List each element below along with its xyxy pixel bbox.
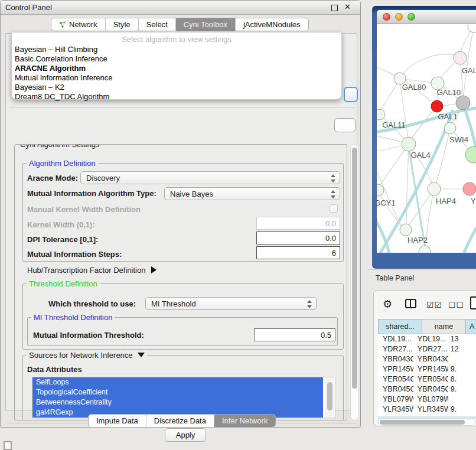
network-node-label: HAP2 xyxy=(407,236,428,244)
which-threshold-combo[interactable]: MI Threshold xyxy=(145,297,317,310)
collapsed-panel-icon[interactable] xyxy=(4,441,12,450)
split-columns-icon[interactable] xyxy=(405,299,416,308)
collapse-arrow-icon[interactable] xyxy=(138,353,145,357)
network-view-frame: GALGAL80GAL10GAL1GAL11SWI4GAL4GCY1HAP4YH… xyxy=(372,6,476,269)
algorithm-options: Bayesian – Hill ClimbingBasic Correlatio… xyxy=(12,45,341,102)
network-node[interactable] xyxy=(465,146,476,163)
table-row[interactable]: YDL19...YDL19...13 xyxy=(378,334,476,344)
data-attribute-item[interactable]: SelfLoops xyxy=(32,377,323,387)
settings-scrollbar-thumb[interactable] xyxy=(352,148,357,389)
network-window-titlebar xyxy=(377,10,476,24)
network-node-y[interactable] xyxy=(463,182,476,195)
mi-steps-field[interactable]: 6 xyxy=(256,246,340,259)
network-node-gal4[interactable] xyxy=(402,137,416,151)
minimize-traffic-light-icon[interactable] xyxy=(395,13,403,21)
deselect-checkboxes-icon[interactable]: ☐☐ xyxy=(448,300,464,309)
zoom-traffic-light-icon[interactable] xyxy=(407,13,415,21)
algorithm-option[interactable]: Basic Correlation Inference xyxy=(12,54,341,64)
column-header[interactable]: name xyxy=(422,319,466,334)
float-window-icon[interactable] xyxy=(331,5,338,11)
network-canvas[interactable]: GALGAL80GAL10GAL1GAL11SWI4GAL4GCY1HAP4YH… xyxy=(377,24,476,253)
network-node[interactable] xyxy=(468,24,476,32)
algorithm-option[interactable]: ARACNE Algorithm xyxy=(12,64,341,73)
tab-style[interactable]: Style xyxy=(106,18,139,31)
table-cell: YBL079W xyxy=(378,394,413,405)
table-cell: 13 xyxy=(448,334,476,344)
table-panel-title: Table Panel xyxy=(376,274,414,282)
table-scrollbar-thumb[interactable] xyxy=(380,420,465,425)
expand-arrow-icon[interactable] xyxy=(151,266,157,273)
which-threshold-label: Which threshold to use: xyxy=(48,299,136,309)
network-node[interactable] xyxy=(456,96,470,110)
algorithm-option[interactable]: Bayesian – K2 xyxy=(12,83,341,92)
mi-threshold-field[interactable]: 0.5 xyxy=(254,328,335,341)
algorithm-option[interactable]: Dream8 DC_TDC Algorithm xyxy=(12,92,341,102)
table-row[interactable]: YDR27...YDR27...12 xyxy=(378,344,476,354)
table-cell: YER054C xyxy=(413,374,448,384)
data-attribute-item[interactable]: BetweennessCentrality xyxy=(32,397,323,407)
manual-kernel-checkbox[interactable] xyxy=(330,204,338,213)
table-row[interactable]: YBR043CYBR043C xyxy=(378,354,476,364)
group-title: Threshold Definition xyxy=(27,279,100,288)
gear-icon[interactable]: ⚙ xyxy=(383,298,392,311)
table-row[interactable]: YLR345WYLR345W9. xyxy=(378,405,476,415)
dpi-tolerance-field[interactable]: 0.0 xyxy=(256,231,340,244)
tab-impute-data[interactable]: Impute Data xyxy=(89,415,146,427)
table-cell: YER054C xyxy=(378,374,413,384)
settings-scrollbar[interactable] xyxy=(350,144,359,420)
hub-section-text: Hub/Transcription Factor Definition xyxy=(27,266,145,275)
network-node-label: GAL80 xyxy=(402,83,426,92)
tab-infer-network[interactable]: Infer Network xyxy=(214,415,275,427)
table-row[interactable]: YER054CYER054C8. xyxy=(378,374,476,384)
network-node[interactable] xyxy=(419,246,431,253)
list-scrollbar-thumb[interactable] xyxy=(327,382,332,410)
network-node-gal1[interactable] xyxy=(431,100,443,112)
table-row[interactable]: YPR145WYPR145W9. xyxy=(378,364,476,374)
network-node-gal11[interactable] xyxy=(377,109,385,120)
table-cell: YDL19... xyxy=(378,334,413,344)
network-node-hap2[interactable] xyxy=(400,224,412,236)
tab-cyni-toolbox[interactable]: Cyni Toolbox xyxy=(176,18,236,31)
algorithm-option[interactable]: Mutual Information Inference xyxy=(12,73,341,83)
network-node-gal[interactable] xyxy=(454,51,467,64)
data-attribute-item[interactable]: TopologicalCoefficient xyxy=(32,387,323,397)
close-traffic-light-icon[interactable] xyxy=(383,13,390,21)
list-scrollbar[interactable] xyxy=(325,377,334,418)
dropdown-placeholder: Select algorithm to view settings xyxy=(12,34,341,45)
network-node-label: GAL1 xyxy=(438,112,457,121)
network-node-swi4[interactable] xyxy=(444,122,456,134)
aracne-mode-label: Aracne Mode: xyxy=(27,174,78,183)
table-cell: 12 xyxy=(448,344,476,354)
mi-type-label: Mutual Information Algorithm Type: xyxy=(27,189,157,198)
tab-jactivemnodules[interactable]: jActiveMNodules xyxy=(236,18,308,31)
column-header[interactable]: A xyxy=(466,319,476,334)
apply-button[interactable]: Apply xyxy=(165,428,206,442)
kernel-width-field[interactable]: 0.0 xyxy=(256,217,340,230)
data-attributes-list[interactable]: SelfLoopsTopologicalCoefficientBetweenne… xyxy=(32,377,335,418)
cyni-mode-tabs: Impute DataDiscretize DataInfer Network xyxy=(88,414,276,428)
network-node-hap4[interactable] xyxy=(428,182,441,195)
network-node-label: SWI4 xyxy=(449,135,468,144)
page-icon[interactable] xyxy=(470,296,476,309)
tab-select[interactable]: Select xyxy=(139,18,176,31)
tab-discretize-data[interactable]: Discretize Data xyxy=(146,415,214,427)
network-tab-icon xyxy=(59,21,66,28)
control-panel-titlebar: Control Panel ✕ xyxy=(1,1,360,15)
table-horizontal-scrollbar[interactable] xyxy=(378,419,476,426)
table-cell xyxy=(448,394,476,405)
column-header[interactable]: shared... xyxy=(378,319,422,334)
table-header: shared...nameA xyxy=(378,319,476,334)
algorithm-option[interactable]: Bayesian – Hill Climbing xyxy=(12,45,341,54)
table-row[interactable]: YBL079WYBL079W xyxy=(378,394,476,405)
select-all-checkboxes-icon[interactable]: ☑☑ xyxy=(426,300,442,309)
network-node-label: Y xyxy=(471,197,476,206)
close-window-icon[interactable]: ✕ xyxy=(344,2,351,11)
table-cell: YDR27... xyxy=(413,344,448,354)
table-row[interactable]: YBR045CYBR045C9. xyxy=(378,384,476,394)
mi-type-combo[interactable]: Naive Bayes xyxy=(164,187,340,200)
hub-section-label[interactable]: Hub/Transcription Factor Definition xyxy=(27,266,157,275)
inference-algorithm-combo-partial[interactable] xyxy=(344,87,358,102)
aracne-mode-combo[interactable]: Discovery xyxy=(80,171,340,184)
group-title: Algorithm Definition xyxy=(27,159,98,168)
tab-network[interactable]: Network xyxy=(51,18,106,31)
